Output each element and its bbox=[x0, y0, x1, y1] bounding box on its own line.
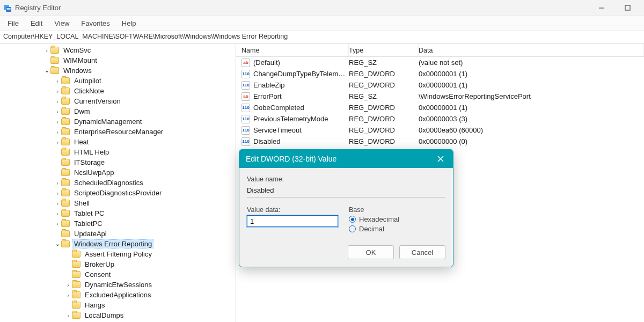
tree-item-label: CurrentVersion bbox=[72, 97, 122, 106]
value-row[interactable]: 110EnableZipREG_DWORD0x00000001 (1) bbox=[236, 79, 644, 91]
radio-decimal[interactable]: Decimal bbox=[349, 225, 445, 233]
dialog-titlebar[interactable]: Edit DWORD (32-bit) Value bbox=[239, 150, 453, 168]
chevron-down-icon[interactable]: ⌄ bbox=[43, 67, 50, 74]
tree-item[interactable]: ›DynamicManagement bbox=[0, 116, 236, 127]
tree-item-label: Assert Filtering Policy bbox=[83, 250, 153, 259]
radio-dec-label: Decimal bbox=[359, 225, 384, 233]
tree-item[interactable]: ⌄Windows bbox=[0, 65, 236, 76]
value-name: Disabled bbox=[253, 137, 349, 145]
folder-icon bbox=[61, 210, 70, 217]
tree-item[interactable]: HTML Help bbox=[0, 147, 236, 157]
value-name-label: Value name: bbox=[247, 175, 445, 183]
tree-item-label: ScriptedDiagnosticsProvider bbox=[72, 188, 163, 197]
dialog-close-button[interactable] bbox=[435, 153, 447, 165]
chevron-right-icon[interactable]: › bbox=[64, 312, 72, 319]
folder-icon bbox=[61, 128, 70, 135]
dword-value-icon: 110 bbox=[241, 70, 250, 78]
tree-item[interactable]: ⌄Windows Error Reporting bbox=[0, 239, 236, 249]
value-row[interactable]: 110OobeCompletedREG_DWORD0x00000001 (1) bbox=[236, 102, 644, 113]
tree-item-label: UpdateApi bbox=[72, 229, 108, 238]
menu-file[interactable]: File bbox=[8, 19, 19, 27]
dword-value-icon: 110 bbox=[241, 126, 250, 135]
tree-item[interactable]: ›Shell bbox=[0, 198, 236, 208]
tree-item[interactable]: Hangs bbox=[0, 300, 236, 310]
folder-icon bbox=[61, 189, 70, 196]
radio-hexadecimal[interactable]: Hexadecimal bbox=[349, 215, 445, 223]
tree-item[interactable]: ›DynamicEtwSessions bbox=[0, 280, 236, 290]
tree-item[interactable]: ›Tablet PC bbox=[0, 208, 236, 218]
tree-item[interactable]: ›WcmSvc bbox=[0, 45, 236, 55]
header-data[interactable]: Data bbox=[419, 44, 644, 56]
tree-item[interactable]: ›Autopilot bbox=[0, 76, 236, 86]
string-value-icon: ab bbox=[241, 58, 250, 67]
menu-favorites[interactable]: Favorites bbox=[81, 19, 109, 27]
tree-item[interactable]: ›ExcludedApplications bbox=[0, 290, 236, 300]
tree-item[interactable]: ITStorage bbox=[0, 157, 236, 167]
value-row[interactable]: 110PreviousTelemetryModeREG_DWORD0x00000… bbox=[236, 113, 644, 125]
chevron-right-icon[interactable]: › bbox=[54, 98, 61, 105]
chevron-right-icon[interactable]: › bbox=[54, 210, 61, 217]
chevron-right-icon[interactable]: › bbox=[54, 108, 61, 115]
chevron-right-icon[interactable]: › bbox=[54, 139, 61, 145]
value-row[interactable]: 110DisabledREG_DWORD0x00000000 (0) bbox=[236, 136, 644, 147]
chevron-right-icon[interactable]: › bbox=[64, 292, 72, 298]
value-name: ServiceTimeout bbox=[253, 126, 349, 134]
folder-icon bbox=[50, 57, 59, 64]
ok-button[interactable]: OK bbox=[348, 245, 394, 259]
header-type[interactable]: Type bbox=[349, 44, 419, 56]
tree-item-label: DynamicManagement bbox=[72, 117, 143, 126]
tree-item[interactable]: WIMMount bbox=[0, 55, 236, 65]
tree-item[interactable]: Consent bbox=[0, 269, 236, 280]
tree-item-label: Heat bbox=[72, 137, 90, 147]
minimize-button[interactable] bbox=[594, 2, 610, 14]
chevron-right-icon[interactable]: › bbox=[54, 119, 61, 125]
menu-edit[interactable]: Edit bbox=[31, 19, 42, 27]
folder-icon bbox=[61, 118, 70, 125]
tree-item[interactable]: ›ScriptedDiagnosticsProvider bbox=[0, 188, 236, 198]
chevron-right-icon[interactable]: › bbox=[54, 221, 61, 227]
tree-item-label: Windows Error Reporting bbox=[72, 239, 153, 248]
tree-item-label: Hangs bbox=[83, 301, 107, 310]
tree-item[interactable]: ›LocalDumps bbox=[0, 310, 236, 320]
chevron-down-icon[interactable]: ⌄ bbox=[54, 240, 61, 247]
tree-item[interactable]: NcsiUwpApp bbox=[0, 167, 236, 178]
header-name[interactable]: Name bbox=[236, 44, 349, 56]
value-name-field bbox=[247, 185, 445, 197]
tree-item[interactable]: BrokerUp bbox=[0, 259, 236, 269]
tree-item[interactable]: ›ClickNote bbox=[0, 86, 236, 96]
folder-icon bbox=[50, 67, 59, 74]
chevron-right-icon[interactable]: › bbox=[54, 190, 61, 196]
tree-item[interactable]: ›TabletPC bbox=[0, 218, 236, 229]
value-row[interactable]: ab(Default)REG_SZ(value not set) bbox=[236, 57, 644, 68]
cancel-button[interactable]: Cancel bbox=[399, 245, 445, 259]
tree-item-label: WcmSvc bbox=[62, 46, 92, 55]
tree-item[interactable]: Assert Filtering Policy bbox=[0, 249, 236, 259]
chevron-right-icon[interactable]: › bbox=[54, 88, 61, 94]
chevron-right-icon[interactable]: › bbox=[43, 47, 50, 54]
folder-icon bbox=[61, 220, 70, 227]
address-bar[interactable]: Computer\HKEY_LOCAL_MACHINE\SOFTWARE\Mic… bbox=[0, 31, 644, 44]
value-row[interactable]: 110ServiceTimeoutREG_DWORD0x0000ea60 (60… bbox=[236, 125, 644, 136]
value-row[interactable]: abErrorPortREG_SZ\WindowsErrorReportingS… bbox=[236, 91, 644, 102]
chevron-right-icon[interactable]: › bbox=[54, 78, 61, 84]
tree-item-label: EnterpriseResourceManager bbox=[72, 127, 165, 136]
chevron-right-icon[interactable]: › bbox=[54, 129, 61, 135]
value-row[interactable]: 110ChangeDumpTypeByTelemetr...REG_DWORD0… bbox=[236, 68, 644, 79]
tree-item[interactable]: ›ScheduledDiagnostics bbox=[0, 178, 236, 188]
tree-item[interactable]: ›Dwm bbox=[0, 106, 236, 116]
tree-item[interactable]: ›CurrentVersion bbox=[0, 96, 236, 106]
tree-item[interactable]: ›Heat bbox=[0, 137, 236, 147]
maximize-button[interactable] bbox=[619, 2, 635, 14]
tree-item[interactable]: UpdateApi bbox=[0, 229, 236, 239]
menu-help[interactable]: Help bbox=[122, 19, 136, 27]
tree-pane[interactable]: ›WcmSvcWIMMount⌄Windows›Autopilot›ClickN… bbox=[0, 44, 236, 322]
dword-value-icon: 110 bbox=[241, 115, 250, 123]
tree-item[interactable]: ›EnterpriseResourceManager bbox=[0, 127, 236, 137]
chevron-right-icon[interactable]: › bbox=[54, 180, 61, 186]
folder-icon bbox=[61, 77, 70, 84]
menu-view[interactable]: View bbox=[54, 19, 69, 27]
chevron-right-icon[interactable]: › bbox=[54, 200, 61, 207]
folder-icon bbox=[72, 312, 80, 319]
value-data-input[interactable] bbox=[247, 215, 338, 227]
chevron-right-icon[interactable]: › bbox=[64, 282, 72, 288]
